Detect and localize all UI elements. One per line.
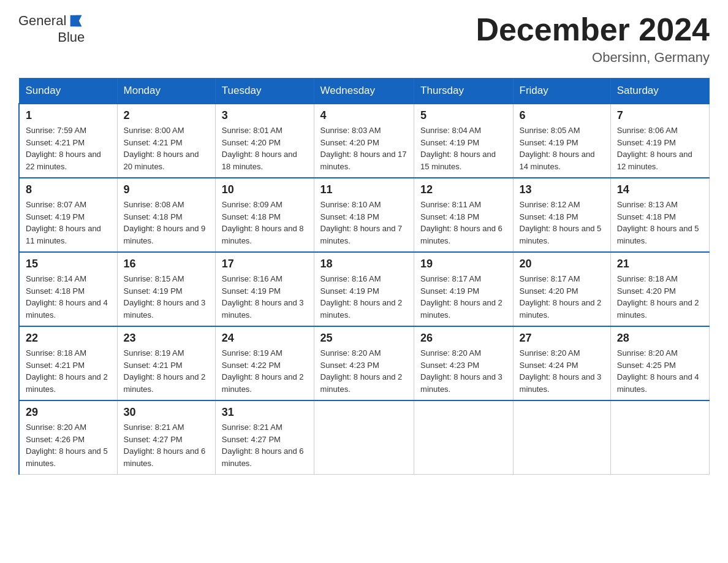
day-info: Sunrise: 8:05 AM Sunset: 4:19 PM Dayligh… xyxy=(520,124,604,172)
day-info: Sunrise: 8:11 AM Sunset: 4:18 PM Dayligh… xyxy=(420,199,506,247)
weekday-header-friday: Friday xyxy=(513,79,610,104)
calendar-cell: 17 Sunrise: 8:16 AM Sunset: 4:19 PM Dayl… xyxy=(215,252,314,326)
day-number: 9 xyxy=(124,183,209,196)
weekday-header-wednesday: Wednesday xyxy=(314,79,414,104)
day-info: Sunrise: 8:10 AM Sunset: 4:18 PM Dayligh… xyxy=(320,199,408,247)
day-info: Sunrise: 8:12 AM Sunset: 4:18 PM Dayligh… xyxy=(520,199,604,247)
calendar-cell: 9 Sunrise: 8:08 AM Sunset: 4:18 PM Dayli… xyxy=(117,178,215,252)
day-info: Sunrise: 8:19 AM Sunset: 4:22 PM Dayligh… xyxy=(222,347,308,395)
day-number: 6 xyxy=(520,109,604,122)
calendar-cell: 23 Sunrise: 8:19 AM Sunset: 4:21 PM Dayl… xyxy=(117,326,215,400)
calendar-cell: 5 Sunrise: 8:04 AM Sunset: 4:19 PM Dayli… xyxy=(414,104,513,178)
day-number: 10 xyxy=(222,183,308,196)
calendar-cell: 26 Sunrise: 8:20 AM Sunset: 4:23 PM Dayl… xyxy=(414,326,513,400)
calendar-cell: 18 Sunrise: 8:16 AM Sunset: 4:19 PM Dayl… xyxy=(314,252,414,326)
calendar-cell: 11 Sunrise: 8:10 AM Sunset: 4:18 PM Dayl… xyxy=(314,178,414,252)
day-number: 20 xyxy=(520,258,604,270)
calendar-cell: 12 Sunrise: 8:11 AM Sunset: 4:18 PM Dayl… xyxy=(414,178,513,252)
day-number: 3 xyxy=(222,109,308,122)
day-info: Sunrise: 8:17 AM Sunset: 4:19 PM Dayligh… xyxy=(420,273,506,321)
weekday-header-thursday: Thursday xyxy=(414,79,513,104)
day-info: Sunrise: 8:15 AM Sunset: 4:19 PM Dayligh… xyxy=(124,273,209,321)
calendar-cell: 24 Sunrise: 8:19 AM Sunset: 4:22 PM Dayl… xyxy=(215,326,314,400)
day-number: 30 xyxy=(124,406,209,419)
calendar-cell: 19 Sunrise: 8:17 AM Sunset: 4:19 PM Dayl… xyxy=(414,252,513,326)
day-number: 28 xyxy=(617,332,703,345)
day-info: Sunrise: 8:03 AM Sunset: 4:20 PM Dayligh… xyxy=(320,124,408,172)
svg-marker-1 xyxy=(76,15,82,27)
logo-blue-text: Blue xyxy=(58,29,85,45)
week-row-3: 15 Sunrise: 8:14 AM Sunset: 4:18 PM Dayl… xyxy=(19,252,710,326)
week-row-5: 29 Sunrise: 8:20 AM Sunset: 4:26 PM Dayl… xyxy=(19,400,710,475)
day-number: 5 xyxy=(420,109,506,122)
day-info: Sunrise: 8:08 AM Sunset: 4:18 PM Dayligh… xyxy=(124,199,209,247)
week-row-2: 8 Sunrise: 8:07 AM Sunset: 4:19 PM Dayli… xyxy=(19,178,710,252)
page-header: General Blue December 2024 Obersinn, Ger… xyxy=(18,12,710,66)
day-number: 15 xyxy=(26,258,111,270)
location-label: Obersinn, Germany xyxy=(476,50,710,66)
day-info: Sunrise: 8:01 AM Sunset: 4:20 PM Dayligh… xyxy=(222,124,308,172)
calendar-cell: 27 Sunrise: 8:20 AM Sunset: 4:24 PM Dayl… xyxy=(513,326,610,400)
day-info: Sunrise: 8:13 AM Sunset: 4:18 PM Dayligh… xyxy=(617,199,703,247)
day-number: 2 xyxy=(124,109,209,122)
calendar-cell xyxy=(314,400,414,475)
calendar-cell: 22 Sunrise: 8:18 AM Sunset: 4:21 PM Dayl… xyxy=(19,326,117,400)
calendar-cell: 30 Sunrise: 8:21 AM Sunset: 4:27 PM Dayl… xyxy=(117,400,215,475)
day-number: 7 xyxy=(617,109,703,122)
day-number: 13 xyxy=(520,183,604,196)
calendar-cell xyxy=(513,400,610,475)
day-number: 8 xyxy=(26,183,111,196)
logo-general-text: General xyxy=(18,13,66,29)
day-info: Sunrise: 8:20 AM Sunset: 4:26 PM Dayligh… xyxy=(26,421,111,469)
calendar-cell: 29 Sunrise: 8:20 AM Sunset: 4:26 PM Dayl… xyxy=(19,400,117,475)
day-info: Sunrise: 8:21 AM Sunset: 4:27 PM Dayligh… xyxy=(222,421,308,469)
day-info: Sunrise: 8:18 AM Sunset: 4:21 PM Dayligh… xyxy=(26,347,111,395)
calendar-cell: 7 Sunrise: 8:06 AM Sunset: 4:19 PM Dayli… xyxy=(610,104,709,178)
day-info: Sunrise: 8:14 AM Sunset: 4:18 PM Dayligh… xyxy=(26,273,111,321)
day-info: Sunrise: 8:20 AM Sunset: 4:23 PM Dayligh… xyxy=(320,347,408,395)
day-info: Sunrise: 8:21 AM Sunset: 4:27 PM Dayligh… xyxy=(124,421,209,469)
day-info: Sunrise: 8:18 AM Sunset: 4:20 PM Dayligh… xyxy=(617,273,703,321)
day-info: Sunrise: 8:07 AM Sunset: 4:19 PM Dayligh… xyxy=(26,199,111,247)
weekday-header-sunday: Sunday xyxy=(19,79,117,104)
weekday-header-saturday: Saturday xyxy=(610,79,709,104)
calendar-cell xyxy=(414,400,513,475)
calendar-table: SundayMondayTuesdayWednesdayThursdayFrid… xyxy=(18,78,710,475)
day-number: 19 xyxy=(420,258,506,270)
calendar-cell: 3 Sunrise: 8:01 AM Sunset: 4:20 PM Dayli… xyxy=(215,104,314,178)
calendar-cell: 1 Sunrise: 7:59 AM Sunset: 4:21 PM Dayli… xyxy=(19,104,117,178)
calendar-cell: 25 Sunrise: 8:20 AM Sunset: 4:23 PM Dayl… xyxy=(314,326,414,400)
day-info: Sunrise: 8:17 AM Sunset: 4:20 PM Dayligh… xyxy=(520,273,604,321)
calendar-cell xyxy=(610,400,709,475)
day-info: Sunrise: 8:20 AM Sunset: 4:23 PM Dayligh… xyxy=(420,347,506,395)
day-number: 27 xyxy=(520,332,604,345)
day-number: 22 xyxy=(26,332,111,345)
day-number: 14 xyxy=(617,183,703,196)
day-number: 4 xyxy=(320,109,408,122)
day-number: 31 xyxy=(222,406,308,419)
calendar-cell: 6 Sunrise: 8:05 AM Sunset: 4:19 PM Dayli… xyxy=(513,104,610,178)
day-info: Sunrise: 8:00 AM Sunset: 4:21 PM Dayligh… xyxy=(124,124,209,172)
calendar-cell: 31 Sunrise: 8:21 AM Sunset: 4:27 PM Dayl… xyxy=(215,400,314,475)
week-row-4: 22 Sunrise: 8:18 AM Sunset: 4:21 PM Dayl… xyxy=(19,326,710,400)
day-info: Sunrise: 8:06 AM Sunset: 4:19 PM Dayligh… xyxy=(617,124,703,172)
calendar-cell: 10 Sunrise: 8:09 AM Sunset: 4:18 PM Dayl… xyxy=(215,178,314,252)
day-info: Sunrise: 8:09 AM Sunset: 4:18 PM Dayligh… xyxy=(222,199,308,247)
day-info: Sunrise: 8:04 AM Sunset: 4:19 PM Dayligh… xyxy=(420,124,506,172)
logo-flag-icon xyxy=(67,12,85,29)
day-number: 18 xyxy=(320,258,408,270)
calendar-cell: 13 Sunrise: 8:12 AM Sunset: 4:18 PM Dayl… xyxy=(513,178,610,252)
day-number: 24 xyxy=(222,332,308,345)
calendar-cell: 4 Sunrise: 8:03 AM Sunset: 4:20 PM Dayli… xyxy=(314,104,414,178)
week-row-1: 1 Sunrise: 7:59 AM Sunset: 4:21 PM Dayli… xyxy=(19,104,710,178)
day-number: 23 xyxy=(124,332,209,345)
day-number: 25 xyxy=(320,332,408,345)
month-title: December 2024 xyxy=(476,12,710,47)
logo: General Blue xyxy=(18,12,85,45)
day-info: Sunrise: 8:20 AM Sunset: 4:25 PM Dayligh… xyxy=(617,347,703,395)
calendar-cell: 8 Sunrise: 8:07 AM Sunset: 4:19 PM Dayli… xyxy=(19,178,117,252)
day-number: 26 xyxy=(420,332,506,345)
calendar-cell: 2 Sunrise: 8:00 AM Sunset: 4:21 PM Dayli… xyxy=(117,104,215,178)
day-number: 11 xyxy=(320,183,408,196)
calendar-cell: 15 Sunrise: 8:14 AM Sunset: 4:18 PM Dayl… xyxy=(19,252,117,326)
